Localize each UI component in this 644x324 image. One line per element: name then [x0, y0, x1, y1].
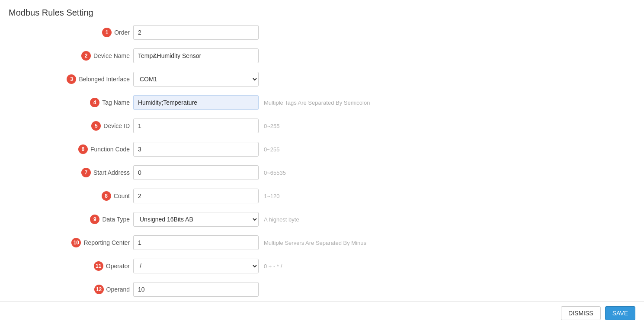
- step-badge-5: 5: [91, 121, 101, 131]
- form-container: 1Order2Device Name3Belonged InterfaceCOM…: [0, 25, 644, 324]
- input-group-10: Multiple Servers Are Separated By Minus: [133, 235, 635, 250]
- input-field-2[interactable]: [133, 48, 259, 63]
- label-group-7: 7Start Address: [9, 168, 130, 177]
- label-group-12: 12Operand: [9, 285, 130, 294]
- field-label-11: Operator: [106, 263, 130, 269]
- input-field-5[interactable]: [133, 119, 259, 133]
- field-label-3: Belonged Interface: [79, 76, 130, 83]
- form-row-5: 5Device ID0~255: [9, 118, 635, 134]
- input-field-7[interactable]: [133, 165, 259, 180]
- label-group-11: 11Operator: [9, 261, 130, 271]
- input-group-2: [133, 48, 635, 63]
- hint-text-11: 0 + - * /: [264, 263, 282, 269]
- page-title: Modbus Rules Setting: [0, 0, 644, 25]
- step-badge-6: 6: [78, 144, 88, 154]
- field-label-9: Data Type: [102, 216, 130, 223]
- save-button[interactable]: SAVE: [605, 306, 635, 320]
- field-label-8: Count: [114, 192, 130, 199]
- input-group-6: 0~255: [133, 142, 635, 157]
- input-group-1: [133, 25, 635, 40]
- input-group-8: 1~120: [133, 189, 635, 203]
- form-row-3: 3Belonged InterfaceCOM1COM2COM3: [9, 71, 635, 87]
- step-badge-1: 1: [102, 28, 112, 37]
- select-field-11[interactable]: +-*/: [133, 259, 259, 273]
- hint-text-5: 0~255: [264, 123, 280, 129]
- form-row-12: 12Operand: [9, 282, 635, 297]
- field-label-4: Tag Name: [102, 99, 130, 106]
- form-row-9: 9Data TypeUnsigned 16Bits ABUnsigned 16B…: [9, 212, 635, 227]
- input-group-11: +-*/0 + - * /: [133, 259, 635, 273]
- field-label-2: Device Name: [93, 52, 130, 59]
- form-row-6: 6Function Code0~255: [9, 141, 635, 157]
- step-badge-12: 12: [94, 285, 104, 294]
- hint-text-6: 0~255: [264, 146, 280, 153]
- hint-text-7: 0~65535: [264, 170, 286, 176]
- step-badge-7: 7: [81, 168, 91, 177]
- footer-bar: DISMISS SAVE: [0, 302, 644, 324]
- field-label-1: Order: [114, 29, 130, 36]
- input-group-4: Multiple Tags Are Separated By Semicolon: [133, 95, 635, 110]
- input-field-8[interactable]: [133, 189, 259, 203]
- input-field-1[interactable]: [133, 25, 259, 40]
- label-group-3: 3Belonged Interface: [9, 74, 130, 84]
- hint-text-10: Multiple Servers Are Separated By Minus: [264, 240, 366, 246]
- form-row-10: 10Reporting CenterMultiple Servers Are S…: [9, 235, 635, 250]
- step-badge-9: 9: [90, 215, 99, 224]
- step-badge-8: 8: [102, 191, 111, 201]
- form-row-1: 1Order: [9, 25, 635, 40]
- field-label-12: Operand: [106, 286, 130, 293]
- input-field-10[interactable]: [133, 235, 259, 250]
- label-group-2: 2Device Name: [9, 51, 130, 61]
- input-field-6[interactable]: [133, 142, 259, 157]
- field-label-6: Function Code: [90, 146, 130, 153]
- step-badge-4: 4: [90, 98, 99, 107]
- input-group-12: [133, 282, 635, 297]
- label-group-8: 8Count: [9, 191, 130, 201]
- step-badge-11: 11: [94, 261, 103, 271]
- input-field-4[interactable]: [133, 95, 259, 110]
- form-row-4: 4Tag NameMultiple Tags Are Separated By …: [9, 95, 635, 110]
- form-row-8: 8Count1~120: [9, 188, 635, 204]
- label-group-1: 1Order: [9, 28, 130, 37]
- step-badge-3: 3: [67, 74, 76, 84]
- form-row-2: 2Device Name: [9, 48, 635, 64]
- step-badge-10: 10: [71, 238, 81, 247]
- label-group-5: 5Device ID: [9, 121, 130, 131]
- dismiss-button[interactable]: DISMISS: [561, 306, 601, 320]
- select-field-3[interactable]: COM1COM2COM3: [133, 72, 259, 87]
- hint-text-9: A highest byte: [264, 216, 299, 223]
- input-group-7: 0~65535: [133, 165, 635, 180]
- step-badge-2: 2: [81, 51, 91, 61]
- label-group-10: 10Reporting Center: [9, 238, 130, 247]
- label-group-9: 9Data Type: [9, 215, 130, 224]
- field-label-7: Start Address: [93, 169, 130, 176]
- label-group-4: 4Tag Name: [9, 98, 130, 107]
- form-row-7: 7Start Address0~65535: [9, 165, 635, 180]
- input-field-12[interactable]: [133, 282, 259, 297]
- input-group-9: Unsigned 16Bits ABUnsigned 16Bits BASign…: [133, 212, 635, 227]
- field-label-10: Reporting Center: [83, 239, 130, 246]
- hint-text-4: Multiple Tags Are Separated By Semicolon: [264, 99, 370, 106]
- hint-text-8: 1~120: [264, 193, 280, 199]
- select-field-9[interactable]: Unsigned 16Bits ABUnsigned 16Bits BASign…: [133, 212, 259, 227]
- field-label-5: Device ID: [103, 122, 130, 129]
- input-group-5: 0~255: [133, 119, 635, 133]
- form-row-11: 11Operator+-*/0 + - * /: [9, 258, 635, 274]
- label-group-6: 6Function Code: [9, 144, 130, 154]
- input-group-3: COM1COM2COM3: [133, 72, 635, 87]
